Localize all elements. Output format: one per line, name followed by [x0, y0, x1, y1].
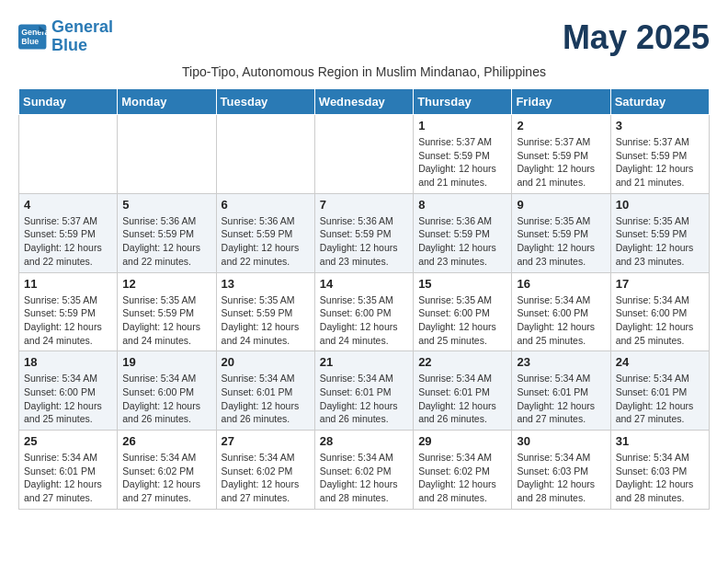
- calendar-cell: 1Sunrise: 5:37 AMSunset: 5:59 PMDaylight…: [414, 115, 512, 194]
- logo-icon: General Blue: [18, 24, 48, 50]
- day-number: 9: [517, 198, 605, 212]
- calendar-cell: 28Sunrise: 5:34 AMSunset: 6:02 PMDayligh…: [314, 431, 413, 510]
- calendar-cell: [216, 115, 314, 194]
- day-info: Sunrise: 5:34 AMSunset: 6:01 PMDaylight:…: [517, 372, 605, 426]
- day-number: 3: [616, 119, 704, 132]
- day-info: Sunrise: 5:36 AMSunset: 5:59 PMDaylight:…: [222, 214, 310, 269]
- day-info: Sunrise: 5:34 AMSunset: 6:02 PMDaylight:…: [320, 451, 408, 505]
- day-info: Sunrise: 5:34 AMSunset: 6:00 PMDaylight:…: [616, 293, 704, 348]
- calendar-cell: 4Sunrise: 5:37 AMSunset: 5:59 PMDaylight…: [19, 193, 118, 272]
- day-number: 14: [320, 277, 408, 291]
- day-info: Sunrise: 5:34 AMSunset: 6:02 PMDaylight:…: [122, 451, 210, 505]
- day-number: 6: [222, 198, 310, 212]
- day-info: Sunrise: 5:34 AMSunset: 6:01 PMDaylight:…: [616, 372, 704, 426]
- calendar-cell: 11Sunrise: 5:35 AMSunset: 5:59 PMDayligh…: [19, 272, 118, 351]
- day-number: 19: [122, 355, 210, 369]
- day-number: 31: [616, 434, 704, 448]
- svg-text:Blue: Blue: [21, 37, 39, 46]
- day-number: 27: [222, 434, 310, 448]
- day-number: 20: [222, 355, 310, 369]
- day-number: 18: [24, 355, 112, 369]
- day-number: 30: [517, 434, 605, 448]
- weekday-header-wednesday: Wednesday: [314, 89, 413, 115]
- calendar-cell: 15Sunrise: 5:35 AMSunset: 6:00 PMDayligh…: [414, 272, 512, 351]
- day-number: 24: [616, 355, 704, 369]
- day-number: 21: [320, 355, 408, 369]
- day-info: Sunrise: 5:34 AMSunset: 6:02 PMDaylight:…: [222, 451, 310, 505]
- calendar-cell: 30Sunrise: 5:34 AMSunset: 6:03 PMDayligh…: [512, 431, 610, 510]
- day-info: Sunrise: 5:34 AMSunset: 6:00 PMDaylight:…: [122, 372, 210, 426]
- calendar-cell: 17Sunrise: 5:34 AMSunset: 6:00 PMDayligh…: [610, 272, 709, 351]
- day-number: 13: [222, 277, 310, 291]
- calendar-cell: [314, 115, 413, 194]
- day-number: 7: [320, 198, 408, 212]
- day-info: Sunrise: 5:34 AMSunset: 6:00 PMDaylight:…: [24, 372, 112, 426]
- calendar-table: SundayMondayTuesdayWednesdayThursdayFrid…: [18, 88, 710, 510]
- calendar-cell: 23Sunrise: 5:34 AMSunset: 6:01 PMDayligh…: [512, 351, 610, 431]
- day-number: 10: [616, 198, 704, 212]
- day-number: 1: [418, 119, 506, 132]
- day-number: 8: [418, 198, 506, 212]
- subtitle: Tipo-Tipo, Autonomous Region in Muslim M…: [18, 64, 710, 79]
- day-info: Sunrise: 5:35 AMSunset: 6:00 PMDaylight:…: [418, 293, 506, 348]
- day-info: Sunrise: 5:34 AMSunset: 6:01 PMDaylight:…: [222, 372, 310, 426]
- day-number: 16: [517, 277, 605, 291]
- calendar-cell: 22Sunrise: 5:34 AMSunset: 6:01 PMDayligh…: [414, 351, 512, 431]
- calendar-cell: 27Sunrise: 5:34 AMSunset: 6:02 PMDayligh…: [216, 431, 314, 510]
- calendar-cell: 24Sunrise: 5:34 AMSunset: 6:01 PMDayligh…: [610, 351, 709, 431]
- day-info: Sunrise: 5:37 AMSunset: 5:59 PMDaylight:…: [418, 135, 506, 190]
- day-info: Sunrise: 5:35 AMSunset: 5:59 PMDaylight:…: [616, 214, 704, 269]
- calendar-cell: 8Sunrise: 5:36 AMSunset: 5:59 PMDaylight…: [414, 193, 512, 272]
- calendar-cell: 13Sunrise: 5:35 AMSunset: 5:59 PMDayligh…: [216, 272, 314, 351]
- calendar-cell: 31Sunrise: 5:34 AMSunset: 6:03 PMDayligh…: [610, 431, 709, 510]
- day-number: 28: [320, 434, 408, 448]
- day-info: Sunrise: 5:34 AMSunset: 6:02 PMDaylight:…: [418, 451, 506, 505]
- calendar-cell: 26Sunrise: 5:34 AMSunset: 6:02 PMDayligh…: [118, 431, 216, 510]
- calendar-cell: 7Sunrise: 5:36 AMSunset: 5:59 PMDaylight…: [314, 193, 413, 272]
- logo: General Blue General Blue: [18, 18, 113, 55]
- calendar-cell: 2Sunrise: 5:37 AMSunset: 5:59 PMDaylight…: [512, 115, 610, 194]
- calendar-cell: 9Sunrise: 5:35 AMSunset: 5:59 PMDaylight…: [512, 193, 610, 272]
- calendar-cell: 14Sunrise: 5:35 AMSunset: 6:00 PMDayligh…: [314, 272, 413, 351]
- day-info: Sunrise: 5:34 AMSunset: 6:03 PMDaylight:…: [517, 451, 605, 505]
- day-info: Sunrise: 5:34 AMSunset: 6:01 PMDaylight:…: [320, 372, 408, 426]
- day-info: Sunrise: 5:35 AMSunset: 5:59 PMDaylight:…: [222, 293, 310, 348]
- calendar-cell: 21Sunrise: 5:34 AMSunset: 6:01 PMDayligh…: [314, 351, 413, 431]
- weekday-header-thursday: Thursday: [414, 89, 512, 115]
- day-info: Sunrise: 5:37 AMSunset: 5:59 PMDaylight:…: [517, 135, 605, 190]
- day-info: Sunrise: 5:34 AMSunset: 6:03 PMDaylight:…: [616, 451, 704, 505]
- weekday-header-monday: Monday: [118, 89, 216, 115]
- calendar-cell: 5Sunrise: 5:36 AMSunset: 5:59 PMDaylight…: [118, 193, 216, 272]
- day-info: Sunrise: 5:35 AMSunset: 5:59 PMDaylight:…: [517, 214, 605, 269]
- weekday-header-tuesday: Tuesday: [216, 89, 314, 115]
- day-number: 29: [418, 434, 506, 448]
- day-info: Sunrise: 5:37 AMSunset: 5:59 PMDaylight:…: [616, 135, 704, 190]
- calendar-cell: 6Sunrise: 5:36 AMSunset: 5:59 PMDaylight…: [216, 193, 314, 272]
- day-number: 22: [418, 355, 506, 369]
- weekday-header-sunday: Sunday: [19, 89, 118, 115]
- logo-text: General Blue: [51, 18, 113, 55]
- day-info: Sunrise: 5:35 AMSunset: 5:59 PMDaylight:…: [122, 293, 210, 348]
- weekday-header-friday: Friday: [512, 89, 610, 115]
- calendar-cell: 18Sunrise: 5:34 AMSunset: 6:00 PMDayligh…: [19, 351, 118, 431]
- header: General Blue General Blue May 2025: [18, 18, 710, 57]
- day-number: 5: [122, 198, 210, 212]
- day-info: Sunrise: 5:34 AMSunset: 6:01 PMDaylight:…: [418, 372, 506, 426]
- calendar-cell: 10Sunrise: 5:35 AMSunset: 5:59 PMDayligh…: [610, 193, 709, 272]
- day-number: 25: [24, 434, 112, 448]
- day-info: Sunrise: 5:36 AMSunset: 5:59 PMDaylight:…: [122, 214, 210, 269]
- day-number: 2: [517, 119, 605, 132]
- day-info: Sunrise: 5:35 AMSunset: 6:00 PMDaylight:…: [320, 293, 408, 348]
- calendar-cell: [118, 115, 216, 194]
- day-number: 17: [616, 277, 704, 291]
- day-number: 23: [517, 355, 605, 369]
- calendar-cell: 19Sunrise: 5:34 AMSunset: 6:00 PMDayligh…: [118, 351, 216, 431]
- day-info: Sunrise: 5:37 AMSunset: 5:59 PMDaylight:…: [24, 214, 112, 269]
- calendar-cell: 12Sunrise: 5:35 AMSunset: 5:59 PMDayligh…: [118, 272, 216, 351]
- calendar-cell: 3Sunrise: 5:37 AMSunset: 5:59 PMDaylight…: [610, 115, 709, 194]
- day-number: 12: [122, 277, 210, 291]
- day-info: Sunrise: 5:36 AMSunset: 5:59 PMDaylight:…: [320, 214, 408, 269]
- month-title: May 2025: [563, 18, 710, 57]
- calendar-cell: [19, 115, 118, 194]
- day-info: Sunrise: 5:34 AMSunset: 6:01 PMDaylight:…: [24, 451, 112, 505]
